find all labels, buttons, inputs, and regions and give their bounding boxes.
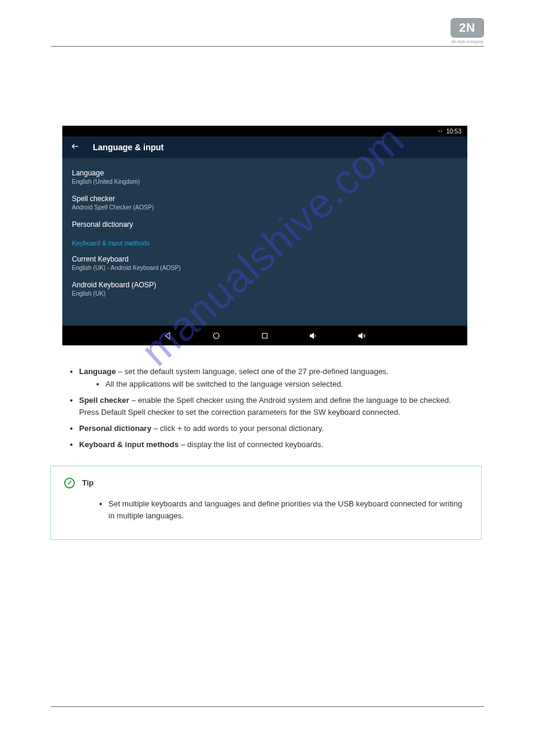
setting-title: Current Keyboard <box>72 255 458 263</box>
bullet-text: – display the list of connected keyboard… <box>179 440 323 449</box>
bullet-label: Language <box>79 367 116 376</box>
app-bar: Language & input <box>62 136 467 158</box>
description-list: Language – set the default system langua… <box>62 366 467 540</box>
svg-rect-1 <box>262 333 267 338</box>
brand-logo: 2N An Axis company <box>451 18 484 44</box>
tip-callout: ✓ Tip Set multiple keyboards and languag… <box>50 466 482 540</box>
setting-title: Android Keyboard (AOSP) <box>72 281 458 289</box>
bullet-label: Keyboard & input methods <box>79 440 179 449</box>
nav-bar <box>62 326 467 345</box>
nav-volume-up-icon[interactable] <box>357 331 367 341</box>
bullet-text: – click + to add words to your personal … <box>152 424 324 433</box>
setting-language[interactable]: Language English (United Kingdom) <box>72 164 458 190</box>
logo-tagline: An Axis company <box>451 40 484 44</box>
nav-back-icon[interactable] <box>163 331 173 341</box>
logo-badge: 2N <box>451 18 484 38</box>
setting-subtitle: English (UK) - Android Keyboard (AOSP) <box>72 265 458 271</box>
bullet-text: – enable the Spell checker using the And… <box>79 396 451 417</box>
setting-spell-checker[interactable]: Spell checker Android Spell Checker (AOS… <box>72 190 458 215</box>
bullet-text: All the applications will be switched to… <box>105 379 343 388</box>
back-arrow-icon[interactable] <box>71 142 80 153</box>
list-item: Language – set the default system langua… <box>79 366 467 391</box>
tip-title: Tip <box>82 477 93 490</box>
device-screenshot: ‹ › 10:53 Language & input Language Engl… <box>62 126 467 345</box>
nav-recent-icon[interactable] <box>260 331 270 341</box>
header-rule <box>51 46 484 47</box>
list-item: All the applications will be switched to… <box>105 378 467 391</box>
list-item: Spell checker – enable the Spell checker… <box>79 394 467 420</box>
svg-point-0 <box>213 333 219 338</box>
list-item: Personal dictionary – click + to add wor… <box>79 423 467 435</box>
setting-subtitle: Android Spell Checker (AOSP) <box>72 204 458 211</box>
setting-title: Language <box>72 169 458 177</box>
setting-title: Spell checker <box>72 195 458 203</box>
setting-title: Personal dictionary <box>72 220 458 229</box>
setting-android-keyboard[interactable]: Android Keyboard (AOSP) English (UK) <box>72 276 458 302</box>
app-bar-title: Language & input <box>93 142 164 152</box>
setting-personal-dictionary[interactable]: Personal dictionary <box>72 215 458 233</box>
nav-volume-down-icon[interactable] <box>309 331 318 341</box>
status-bar: ‹ › 10:53 <box>62 126 467 136</box>
setting-subtitle: English (United Kingdom) <box>72 178 458 185</box>
section-keyboard-methods: Keyboard & input methods <box>72 233 458 250</box>
tip-body: Set multiple keyboards and languages and… <box>108 499 462 521</box>
list-item: Set multiple keyboards and languages and… <box>108 498 468 523</box>
settings-list: Language English (United Kingdom) Spell … <box>62 158 467 326</box>
footer-rule <box>51 706 484 707</box>
bullet-label: Spell checker <box>79 396 129 405</box>
setting-current-keyboard[interactable]: Current Keyboard English (UK) - Android … <box>72 250 458 276</box>
bullet-text: – set the default system language, selec… <box>116 367 388 376</box>
setting-subtitle: English (UK) <box>72 290 458 297</box>
bullet-label: Personal dictionary <box>79 424 152 433</box>
check-circle-icon: ✓ <box>64 478 75 488</box>
status-time: 10:53 <box>446 128 461 135</box>
status-network-icon: ‹ › <box>438 128 442 134</box>
nav-home-icon[interactable] <box>211 331 221 341</box>
list-item: Keyboard & input methods – display the l… <box>79 439 467 451</box>
